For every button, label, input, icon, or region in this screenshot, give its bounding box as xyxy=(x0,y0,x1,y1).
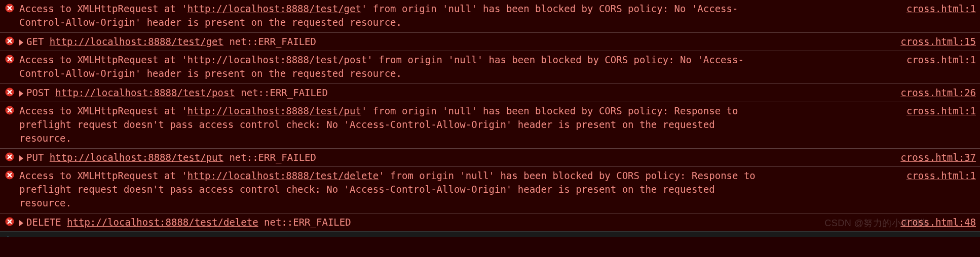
error-code: net::ERR_FAILED xyxy=(241,87,328,98)
console-error-row[interactable]: cross.html:1Access to XMLHttpRequest at … xyxy=(0,102,980,148)
source-link[interactable]: cross.html:1 xyxy=(907,104,976,118)
error-icon xyxy=(5,106,14,115)
console-input-bar[interactable]: › xyxy=(0,231,980,237)
console-error-row[interactable]: cross.html:15GET http://localhost:8888/t… xyxy=(0,32,980,51)
request-url[interactable]: http://localhost:8888/test/put xyxy=(50,152,223,163)
request-url[interactable]: http://localhost:8888/test/delete xyxy=(187,170,379,181)
source-link[interactable]: cross.html:37 xyxy=(900,151,976,164)
error-icon xyxy=(5,152,14,161)
source-link[interactable]: cross.html:1 xyxy=(907,53,976,67)
disclosure-triangle-icon[interactable] xyxy=(19,39,23,46)
http-method: PUT xyxy=(26,152,44,163)
console-error-row[interactable]: cross.html:1Access to XMLHttpRequest at … xyxy=(0,166,980,213)
console-error-row[interactable]: cross.html:1Access to XMLHttpRequest at … xyxy=(0,51,980,83)
error-message: Access to XMLHttpRequest at 'http://loca… xyxy=(19,53,769,80)
error-icon xyxy=(5,55,14,64)
error-icon xyxy=(5,170,14,180)
console-error-row[interactable]: cross.html:48DELETE http://localhost:888… xyxy=(0,213,980,231)
error-code: net::ERR_FAILED xyxy=(229,36,316,47)
http-method: DELETE xyxy=(26,217,61,228)
error-icon xyxy=(5,217,14,226)
disclosure-triangle-icon[interactable] xyxy=(19,155,23,161)
error-icon xyxy=(5,4,14,13)
request-url[interactable]: http://localhost:8888/test/delete xyxy=(67,217,258,228)
request-url[interactable]: http://localhost:8888/test/post xyxy=(187,54,367,65)
console-error-row[interactable]: cross.html:1Access to XMLHttpRequest at … xyxy=(0,0,980,32)
disclosure-triangle-icon[interactable] xyxy=(19,91,23,97)
prompt-chevron-icon: › xyxy=(6,231,11,237)
console-error-row[interactable]: cross.html:37PUT http://localhost:8888/t… xyxy=(0,148,980,166)
source-link[interactable]: cross.html:26 xyxy=(900,86,976,100)
source-link[interactable]: cross.html:1 xyxy=(907,169,976,183)
disclosure-triangle-icon[interactable] xyxy=(19,220,23,226)
request-url[interactable]: http://localhost:8888/test/get xyxy=(50,36,223,47)
http-method: POST xyxy=(26,87,50,98)
error-icon xyxy=(5,36,14,46)
error-message: Access to XMLHttpRequest at 'http://loca… xyxy=(19,104,769,145)
console-panel: cross.html:1Access to XMLHttpRequest at … xyxy=(0,0,980,231)
request-url[interactable]: http://localhost:8888/test/put xyxy=(187,105,361,116)
source-link[interactable]: cross.html:1 xyxy=(907,2,976,16)
source-link[interactable]: cross.html:48 xyxy=(900,216,976,229)
error-code: net::ERR_FAILED xyxy=(264,217,351,228)
console-error-row[interactable]: cross.html:26POST http://localhost:8888/… xyxy=(0,83,980,102)
error-message: Access to XMLHttpRequest at 'http://loca… xyxy=(19,2,769,29)
request-url[interactable]: http://localhost:8888/test/get xyxy=(187,3,361,14)
error-message: Access to XMLHttpRequest at 'http://loca… xyxy=(19,169,769,210)
http-method: GET xyxy=(26,36,44,47)
error-code: net::ERR_FAILED xyxy=(229,152,316,163)
source-link[interactable]: cross.html:15 xyxy=(900,35,976,49)
request-url[interactable]: http://localhost:8888/test/post xyxy=(55,87,235,98)
error-icon xyxy=(5,88,14,97)
